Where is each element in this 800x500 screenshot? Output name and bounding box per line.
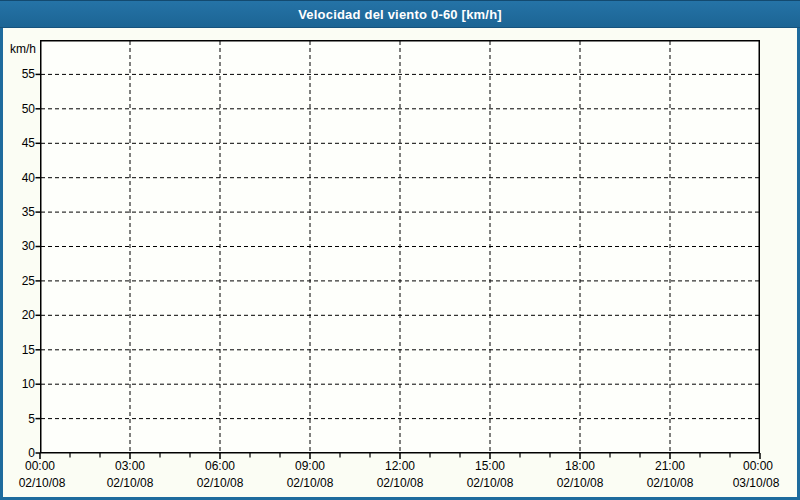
y-tick-label: 50 [22,102,36,116]
x-date-label: 02/10/08 [287,476,334,490]
y-axis-ticks [36,74,41,453]
x-time-label: 00:00 [743,459,773,473]
y-axis-unit-label: km/h [10,42,36,56]
y-tick-label: 35 [22,205,36,219]
y-tick-label: 15 [22,343,36,357]
wind-speed-chart: km/h 0 5 10 15 20 25 30 35 40 45 50 55 0… [0,0,800,500]
y-tick-label: 25 [22,274,36,288]
x-date-label: 02/10/08 [19,476,66,490]
y-tick-label: 30 [22,239,36,253]
x-date-label: 02/10/08 [377,476,424,490]
x-date-label: 02/10/08 [467,476,514,490]
y-tick-label: 20 [22,308,36,322]
x-time-label: 18:00 [565,459,595,473]
x-time-label: 03:00 [115,459,145,473]
y-tick-label: 10 [22,377,36,391]
x-time-label: 00:00 [25,459,55,473]
y-tick-label: 5 [28,412,35,426]
x-time-label: 21:00 [655,459,685,473]
y-tick-label: 45 [22,136,36,150]
x-date-label: 02/10/08 [197,476,244,490]
x-date-label: 02/10/08 [647,476,694,490]
x-time-label: 15:00 [475,459,505,473]
x-time-label: 06:00 [205,459,235,473]
frame-border-left [0,28,3,500]
wind-speed-chart-window: Velocidad del viento 0-60 [km/h] [0,0,800,500]
y-tick-label: 40 [22,171,36,185]
x-axis-time-labels: 00:00 03:00 06:00 09:00 12:00 15:00 18:0… [25,459,773,473]
y-tick-label: 0 [28,446,35,460]
x-date-label: 03/10/08 [733,476,780,490]
y-axis-labels: 0 5 10 15 20 25 30 35 40 45 50 55 [22,67,36,460]
x-time-label: 09:00 [295,459,325,473]
x-date-label: 02/10/08 [107,476,154,490]
x-axis-date-labels: 02/10/08 02/10/08 02/10/08 02/10/08 02/1… [19,476,780,490]
y-tick-label: 55 [22,67,36,81]
x-date-label: 02/10/08 [557,476,604,490]
x-time-label: 12:00 [385,459,415,473]
